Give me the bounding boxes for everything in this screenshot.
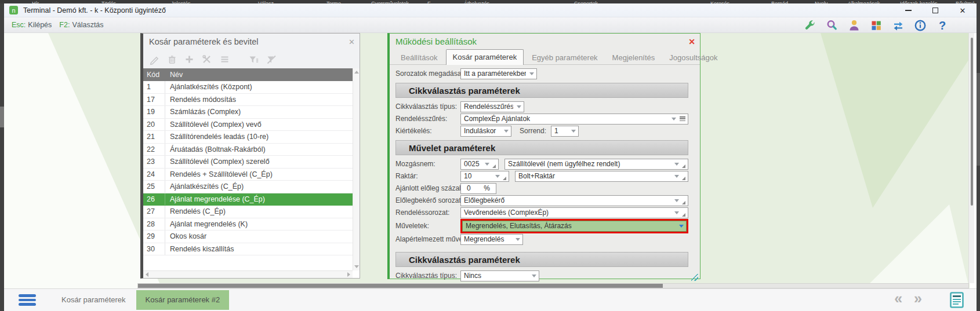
tools-button[interactable] [201,54,213,65]
tab-be-ll-t-sok[interactable]: Beállítások [394,51,444,64]
filter-button[interactable] [248,54,259,65]
movement-code-dropdown[interactable]: 0025 [460,159,499,170]
field-label: Cikkválasztás típus: [395,103,460,111]
backdrop-menu-item: Csoportok [574,1,598,3]
list-menu-button[interactable] [219,54,230,65]
tab-jogosults-gok[interactable]: Jogosultságok [663,51,724,64]
table-row[interactable]: 28Ajánlat megrendelés (K) [143,218,353,231]
backdrop-menu-item: Időszak-kezelés [900,1,938,3]
help-button[interactable]: ? [935,18,950,32]
clear-filter-button[interactable] [266,54,277,65]
article-type-dropdown-2[interactable]: Nincs [460,270,539,281]
modules-grid-icon [869,19,883,32]
esc-label: Kilépés [28,21,52,29]
table-row[interactable]: 22Áruátadás (Boltnak-Rakárból) [143,144,353,156]
window-tab-kos-r-param-terek-2[interactable]: Kosár paraméterek #2 [136,290,230,310]
content-horizontal-scrollbar[interactable] [137,283,969,288]
settings-wrench-button[interactable] [803,18,818,32]
window-list-button[interactable] [950,292,964,308]
table-row[interactable]: 30Rendelés kiszállítás [143,243,353,256]
panel-close-button[interactable]: ✕ [349,38,355,46]
backdrop-menu-item: Áthelyezés [464,1,489,3]
series-mode-dropdown[interactable]: Itt a paraméterekben [460,68,537,79]
advance-percent-input[interactable]: 0% [460,183,496,194]
backdrop-menu-item: F [427,1,431,3]
row-name-cell: Ajánlatkészítés (C_Ép) [165,181,353,193]
panel-header: Kosár paraméterek és bevitel ✕ [143,34,360,50]
table-row[interactable]: 24Rendelés + Szállítólevél (C_Ép) [143,169,353,181]
field-label: Alapértelmezett művelet: [395,235,460,243]
warehouse-code-dropdown[interactable]: 10 [460,171,509,182]
bottom-menu-button[interactable] [19,294,36,306]
table-row[interactable]: 25Ajánlatkészítés (C_Ép) [143,181,353,193]
window-vertical-scrollbar[interactable] [968,33,974,283]
minimize-button[interactable] [902,5,914,16]
chevron-down-icon [516,238,520,241]
list-horizontal-scrollbar[interactable] [143,270,353,278]
tab-egy-b-param-terek[interactable]: Egyéb paraméterek [525,51,604,64]
esc-shortcut[interactable]: Esc:Kilépés [12,21,52,29]
panel-close-button[interactable]: ✕ [688,37,695,46]
row-code-cell: 21 [143,131,165,143]
list-vertical-scrollbar[interactable] [353,68,360,270]
scroll-left-arrow[interactable] [146,272,148,277]
list-toolbar [143,50,360,68]
scrollbar-thumb[interactable] [971,38,973,206]
delete-button[interactable] [166,54,177,65]
scroll-up-arrow[interactable] [354,71,359,74]
chevron-down-icon [571,130,576,133]
table-row[interactable]: 26Ajánlat megrendelése (C_Ép) [143,193,353,206]
info-button[interactable] [913,18,928,32]
operations-dropdown-highlighted[interactable]: Megrendelés, Elutasítás, Átárazás [462,221,687,232]
tab-kos-r-param-terek[interactable]: Kosár paraméterek [446,49,524,65]
table-row[interactable]: 29Okos kosár [143,230,353,243]
column-header-name[interactable]: Név [165,71,183,79]
table-row[interactable]: 23Szállítólevél (Complex) szerelő [143,156,353,169]
row-code-cell: 17 [143,94,165,106]
edge-handle [0,107,4,127]
f2-shortcut[interactable]: F2:Választás [59,21,103,29]
operations-row: Műveletek: Megrendelés, Elutasítás, Átár… [395,219,688,233]
evaluation-dropdown[interactable]: Induláskor [460,126,511,137]
maximize-button[interactable] [930,5,941,16]
advance-series-dropdown[interactable]: Előlegbekérő [460,195,688,206]
resize-grip-icon[interactable] [691,274,698,281]
scroll-down-arrow[interactable] [354,265,359,268]
window-title: Terminal - Demó kft. - k - Központi ügyi… [23,6,166,14]
modules-grid-button[interactable] [869,18,884,32]
table-row[interactable]: 27Rendelés (C_Ép) [143,206,353,218]
row-code-cell: 28 [143,218,165,230]
search-button[interactable] [825,18,840,32]
row-name-cell: Ajánlat megrendelés (K) [165,218,353,230]
article-type-dropdown[interactable]: Rendelésszűrés [460,101,524,112]
movement-name-dropdown[interactable]: Szállítólevél (nem ügyfélhez rendelt) [504,159,688,170]
scrollbar-thumb[interactable] [138,284,663,288]
window-tab-kos-r-param-terek[interactable]: Kosár paraméterek [53,292,134,308]
tab-megjelen-t-s[interactable]: Megjelenítés [606,51,662,64]
column-header-code[interactable]: Kód [143,71,165,79]
close-button[interactable]: ✕ [957,5,968,16]
scroll-right-arrow[interactable] [347,272,350,277]
prev-window-button[interactable]: « [894,290,902,307]
add-button[interactable] [184,54,195,65]
order-series-dropdown[interactable]: Vevőrendelés (ComplexÉp) [460,207,688,218]
delete-trash-icon [166,54,177,65]
sort-dropdown[interactable]: 1 [551,126,579,137]
field-label: Sorozatok megadása: [395,69,460,78]
esc-key: Esc: [12,21,26,29]
order-filter-dropdown[interactable]: ComplexÉp Ajánlatok [460,114,688,125]
edit-button[interactable] [149,54,160,65]
table-row[interactable]: 19Számlázás (Complex) [143,106,353,119]
user-button[interactable] [847,18,862,32]
table-row[interactable]: 1Ajánlatkészítés (Központ) [143,81,353,94]
default-operation-dropdown[interactable]: Megrendelés [460,234,523,245]
table-row[interactable]: 20Szállítólevél (Complex) vevő [143,119,353,131]
warehouse-name-dropdown[interactable]: Bolt+Raktár [515,171,688,182]
next-window-button[interactable]: » [914,290,922,307]
table-row[interactable]: 21Szállítórendelés leadás (10-re) [143,131,353,144]
backdrop-menu-item: Nyelv [815,1,828,3]
table-row[interactable]: 17Rendelés módosítás [143,94,353,107]
row-code-cell: 29 [143,230,165,243]
transfer-button[interactable] [891,18,906,32]
movement-type-row: Mozgásnem: 0025 Szállítólevél (nem ügyfé… [395,158,688,170]
